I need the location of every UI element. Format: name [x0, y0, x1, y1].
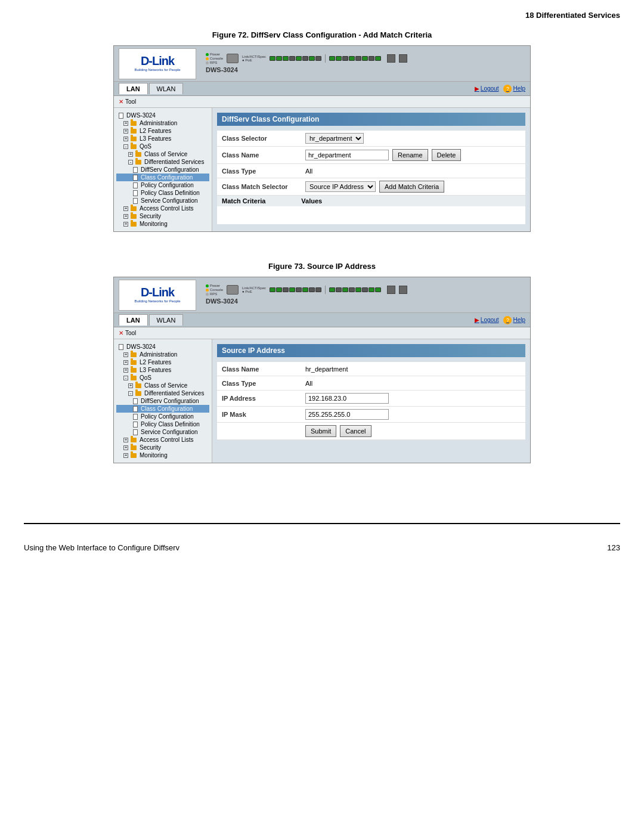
ip-address-label: IP Address: [222, 395, 305, 402]
doc-icon-ds-2: [133, 398, 138, 404]
p11: [342, 287, 348, 292]
console-led-2: [206, 289, 209, 292]
footer-left: Using the Web Interface to Configure Dif…: [24, 543, 179, 552]
rps-led: [206, 61, 209, 64]
sidebar-item-qos-2[interactable]: - QoS: [116, 374, 209, 382]
footer-area: Using the Web Interface to Configure Dif…: [0, 523, 644, 564]
diffserv-folder-2: [135, 391, 141, 396]
policy-class-icon: [133, 190, 138, 196]
expand-cos-icon: +: [128, 152, 133, 157]
class-match-selector-row: Class Match Selector Source IP Address A…: [217, 178, 525, 196]
port-group-1: [270, 56, 321, 61]
sidebar-item-class-config-2[interactable]: Class Configuration: [116, 405, 209, 413]
class-name-input[interactable]: [305, 150, 389, 160]
rps-led-2: [206, 293, 209, 296]
submit-button[interactable]: Submit: [305, 425, 336, 437]
ip-mask-label: IP Mask: [222, 411, 305, 418]
class-name-val-2: hr_department: [305, 366, 521, 373]
policy-config-icon: [133, 182, 138, 188]
sidebar-item-l2-2[interactable]: + L2 Features: [116, 358, 209, 366]
sidebar-item-mon-2[interactable]: + Monitoring: [116, 451, 209, 459]
sidebar-item-policy-2[interactable]: Policy Configuration: [116, 413, 209, 420]
ip-mask-row: IP Mask: [217, 407, 525, 423]
combo-port-3: [387, 286, 395, 294]
router-hw-center: Power Console RPS Link/ACT/Spec● PoE: [201, 51, 525, 76]
sidebar-item-cos-2[interactable]: + Class of Service: [116, 382, 209, 389]
lan-tab-2[interactable]: LAN: [119, 314, 148, 326]
sidebar-item-monitoring[interactable]: + Monitoring: [116, 220, 209, 228]
console-led: [206, 57, 209, 60]
qos-folder-2: [131, 376, 137, 380]
p10: [336, 287, 342, 292]
expand-l2-2: +: [123, 360, 128, 365]
help-button[interactable]: ? Help: [503, 85, 525, 93]
ip-address-input[interactable]: [305, 393, 389, 404]
wlan-tab-2[interactable]: WLAN: [149, 314, 184, 326]
sidebar-item-service-config[interactable]: Service Configuration: [116, 197, 209, 205]
rename-button[interactable]: Rename: [392, 149, 428, 161]
sidebar-item-security[interactable]: + Security: [116, 212, 209, 220]
ip-mask-input[interactable]: [305, 409, 389, 420]
sidebar-item-qos[interactable]: - QoS: [116, 143, 209, 150]
power-led: [206, 53, 209, 56]
port-9: [329, 56, 335, 61]
sidebar-item-sc-2[interactable]: Service Configuration: [116, 428, 209, 436]
combo-port-4: [399, 286, 407, 294]
help-button-2[interactable]: ? Help: [503, 316, 525, 324]
service-config-icon: [133, 198, 138, 204]
content-panel-1: DiffServ Class Configuration Class Selec…: [212, 108, 530, 231]
class-type-row-2: Class Type All: [217, 376, 525, 391]
class-match-selector-select[interactable]: Source IP Address: [305, 181, 376, 192]
sidebar-item-root[interactable]: DWS-3024: [116, 112, 209, 119]
acl-folder-icon: [131, 206, 137, 211]
class-name-row: Class Name Rename Delete: [217, 147, 525, 164]
port-group-3: [270, 287, 321, 292]
sidebar-item-policy-class[interactable]: Policy Class Definition: [116, 189, 209, 197]
sidebar-item-cos[interactable]: + Class of Service: [116, 150, 209, 158]
expand-admin-icon: +: [123, 121, 128, 126]
nav-right: ▶ Logout ? Help: [475, 85, 525, 93]
port-group-2: [329, 56, 381, 61]
power-led-2: [206, 284, 209, 287]
divider-1: [325, 54, 326, 63]
root-icon-2: [119, 344, 123, 350]
figure1-frame: D-Link Building Networks for People Powe…: [113, 45, 531, 232]
sidebar-item-l2features[interactable]: + L2 Features: [116, 127, 209, 135]
console-area-2: Power Console RPS: [206, 284, 223, 296]
sidebar-item-sec-2[interactable]: + Security: [116, 444, 209, 451]
sidebar-item-pcd-2[interactable]: Policy Class Definition: [116, 420, 209, 428]
cancel-button[interactable]: Cancel: [340, 425, 371, 437]
lan-tab[interactable]: LAN: [119, 83, 148, 94]
root-icon: [119, 113, 123, 119]
logout-button-2[interactable]: ▶ Logout: [475, 317, 499, 323]
sidebar-item-l3features[interactable]: + L3 Features: [116, 135, 209, 143]
sidebar-item-l3-2[interactable]: + L3 Features: [116, 366, 209, 374]
wlan-tab[interactable]: WLAN: [149, 83, 184, 94]
sidebar-item-diffserv-2[interactable]: - Differentiated Services: [116, 389, 209, 397]
logout-button[interactable]: ▶ Logout: [475, 85, 499, 92]
sidebar-item-policy-config[interactable]: Policy Configuration: [116, 181, 209, 189]
acl-folder-2: [131, 438, 137, 442]
p7: [309, 287, 315, 292]
sidebar-item-admin-2[interactable]: + Administration: [116, 351, 209, 358]
submit-buttons: Submit Cancel: [305, 425, 521, 437]
link-label-2: Link/ACT/Spec● PoE: [242, 286, 266, 293]
delete-button[interactable]: Delete: [432, 149, 462, 161]
p2: [276, 287, 282, 292]
p4: [289, 287, 295, 292]
sidebar-item-diffserv-config-2[interactable]: DiffServ Configuration: [116, 397, 209, 405]
class-match-selector-value: Source IP Address Add Match Criteria: [305, 181, 521, 193]
sidebar-item-diffserv-config[interactable]: DiffServ Configuration: [116, 166, 209, 174]
sidebar-item-administration[interactable]: + Administration: [116, 119, 209, 127]
sidebar-item-root-2[interactable]: DWS-3024: [116, 343, 209, 351]
add-match-criteria-button[interactable]: Add Match Criteria: [379, 181, 444, 193]
expand-mon-icon: +: [123, 222, 128, 227]
p14: [362, 287, 368, 292]
sidebar-item-acl[interactable]: + Access Control Lists: [116, 205, 209, 212]
class-selector-select[interactable]: hr_department: [305, 133, 364, 144]
sidebar-item-class-config[interactable]: Class Configuration: [116, 174, 209, 181]
chapter-title: 18 Differentiated Services: [525, 11, 620, 20]
sidebar-item-diffserv[interactable]: - Differentiated Services: [116, 158, 209, 166]
sidebar-item-acl-2[interactable]: + Access Control Lists: [116, 436, 209, 444]
port-13: [355, 56, 361, 61]
